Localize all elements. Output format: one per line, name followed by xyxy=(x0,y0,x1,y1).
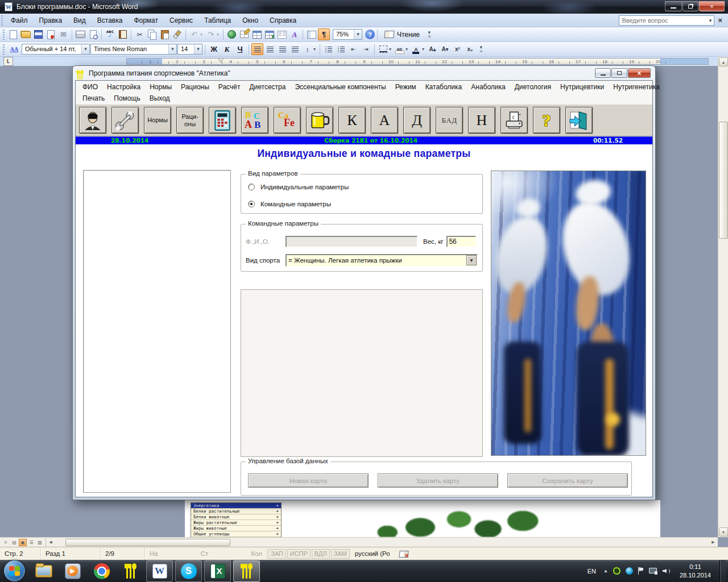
word-menu-item[interactable]: Сервис xyxy=(164,15,198,26)
toolbar-separator[interactable] xyxy=(374,44,375,55)
status-revision-mode[interactable]: ИСПР xyxy=(287,549,311,559)
status-language[interactable]: русский (Ро xyxy=(350,550,395,557)
indent-marker-icon[interactable] xyxy=(218,58,224,65)
norms-button[interactable]: Нормы xyxy=(144,107,171,134)
scroll-up-icon[interactable]: ▲ xyxy=(719,57,728,66)
word-menu-item[interactable]: Таблица xyxy=(198,15,237,26)
toolbar-separator[interactable] xyxy=(320,44,320,55)
anabolics-button[interactable]: А xyxy=(371,107,398,134)
read-mode-button[interactable]: Чтение xyxy=(380,30,424,40)
tab-selector[interactable]: L xyxy=(3,57,13,66)
app-menu-item[interactable]: Помощь xyxy=(109,93,144,103)
network-icon[interactable] xyxy=(649,567,657,575)
exit-button[interactable] xyxy=(565,107,593,134)
word-horizontal-scrollbar[interactable]: ≡ ▤ ▣ ☰ ▥ ◀ ▶ xyxy=(0,537,718,547)
app-title-bar[interactable]: Программа питания спортсменов "Атлетика"… xyxy=(75,66,653,80)
rations-button[interactable]: Раци-оны xyxy=(176,107,204,134)
ask-question-input[interactable] xyxy=(619,17,706,24)
toolbar-separator[interactable] xyxy=(303,30,303,40)
outline-view-icon[interactable]: ☰ xyxy=(27,539,35,546)
toolbar-grip[interactable] xyxy=(1,15,3,26)
menu-close-icon[interactable]: × xyxy=(718,16,722,24)
language-indicator[interactable]: EN xyxy=(585,567,598,576)
tray-green-icon[interactable] xyxy=(613,567,621,575)
mail-icon[interactable]: ✉ xyxy=(57,28,69,40)
bold-button[interactable]: Ж xyxy=(208,44,220,55)
app-menu-item[interactable]: Печать xyxy=(78,93,109,103)
increase-indent-icon[interactable]: ⇥ xyxy=(360,43,372,55)
toolbar-options-icon[interactable]: ▾» xyxy=(478,45,485,53)
tray-skype-icon[interactable] xyxy=(626,567,633,575)
help-icon[interactable]: ? xyxy=(365,30,375,39)
tables-borders-icon[interactable] xyxy=(238,28,250,40)
print-layout-view-icon[interactable]: ▣ xyxy=(19,539,27,546)
font-size-combo[interactable]: 14 xyxy=(177,44,202,55)
delete-card-button[interactable]: Удалить карту xyxy=(378,473,498,488)
word-close-button[interactable]: × xyxy=(699,1,725,11)
status-extend-mode[interactable]: ВДЛ xyxy=(312,549,330,559)
chevron-down-icon[interactable]: ▼ xyxy=(466,255,477,265)
app-menu-item[interactable]: Катаболика xyxy=(421,82,467,92)
word-menu-item[interactable]: Файл xyxy=(5,15,34,26)
app-close-button[interactable]: × xyxy=(628,68,651,78)
word-menu-item[interactable]: Правка xyxy=(34,15,68,26)
volume-icon[interactable] xyxy=(663,567,671,575)
app-menu-item[interactable]: Расчёт xyxy=(214,82,245,92)
superscript-icon[interactable]: x² xyxy=(452,43,464,55)
justify-icon[interactable] xyxy=(289,43,301,55)
new-doc-icon[interactable] xyxy=(7,28,19,40)
chevron-down-icon[interactable]: ▾ xyxy=(706,18,714,23)
styles-icon[interactable]: АА xyxy=(7,43,21,55)
settings-button[interactable] xyxy=(111,107,139,134)
web-view-icon[interactable]: ▤ xyxy=(10,539,18,546)
hyperlink-icon[interactable] xyxy=(226,28,238,40)
taskbar-media-player[interactable] xyxy=(59,560,86,582)
word-menu-item[interactable]: Формат xyxy=(128,15,164,26)
word-menu-item[interactable]: Окно xyxy=(237,15,264,26)
nutrigenetics-button[interactable]: Н xyxy=(468,107,495,134)
taskbar-excel[interactable]: X xyxy=(204,560,231,582)
app-menu-item[interactable]: Анаболика xyxy=(466,82,510,92)
app-menu-item[interactable]: Нутрицевтики xyxy=(556,82,609,92)
toolbar-separator[interactable] xyxy=(72,30,72,40)
toolbar-grip[interactable] xyxy=(3,44,5,55)
numbered-list-icon[interactable] xyxy=(322,43,334,55)
columns-icon[interactable] xyxy=(276,28,288,40)
research-icon[interactable] xyxy=(117,28,129,40)
bad-button[interactable]: БАД xyxy=(436,107,463,134)
word-minimize-button[interactable] xyxy=(665,1,682,11)
taskbar-nutrition-app[interactable] xyxy=(117,560,144,582)
scrollbar-thumb[interactable] xyxy=(719,122,728,239)
word-menu-item[interactable]: Вставка xyxy=(92,15,129,26)
weight-input[interactable]: 56 xyxy=(446,236,476,247)
catabolics-button[interactable]: К xyxy=(338,107,366,134)
format-painter-icon[interactable] xyxy=(171,28,183,40)
app-menu-item[interactable]: Эссенциальные компоненты xyxy=(290,82,390,92)
scrollbar-thumb[interactable] xyxy=(65,539,230,546)
taskbar-nutrition-app-active[interactable] xyxy=(233,560,260,582)
open-folder-icon[interactable] xyxy=(20,28,32,40)
toolbar-separator[interactable] xyxy=(131,30,131,40)
show-desktop-button[interactable] xyxy=(719,560,726,582)
save-icon[interactable] xyxy=(32,28,44,40)
permission-icon[interactable] xyxy=(45,28,57,40)
grow-font-icon[interactable]: А▴ xyxy=(427,43,439,55)
start-button[interactable] xyxy=(1,560,28,582)
scroll-down-icon[interactable]: ▼ xyxy=(719,527,728,537)
app-menu-item[interactable]: Диетсестра xyxy=(245,82,290,92)
scroll-left-icon[interactable]: ◀ xyxy=(46,539,55,546)
word-vertical-scrollbar[interactable]: ▲ ▼ xyxy=(718,57,728,537)
save-card-button[interactable]: Сохранить карту xyxy=(507,473,628,488)
align-left-icon[interactable] xyxy=(251,43,263,55)
taskbar-word[interactable]: W xyxy=(146,560,173,582)
app-menu-item[interactable]: Выход xyxy=(145,93,175,103)
toolbar-options-icon[interactable]: ▾» xyxy=(426,31,433,38)
word-menu-item[interactable]: Справка xyxy=(264,15,302,26)
reading-view-icon[interactable]: ▥ xyxy=(36,539,44,546)
print-preview-icon[interactable] xyxy=(87,28,99,40)
dropdown-arrow-icon[interactable]: ▾ xyxy=(312,43,317,55)
toolbar-separator[interactable] xyxy=(101,30,102,40)
taskbar-explorer[interactable] xyxy=(30,560,57,582)
radio-individual[interactable] xyxy=(248,184,255,190)
ask-question-box[interactable]: ▾ xyxy=(619,15,714,26)
